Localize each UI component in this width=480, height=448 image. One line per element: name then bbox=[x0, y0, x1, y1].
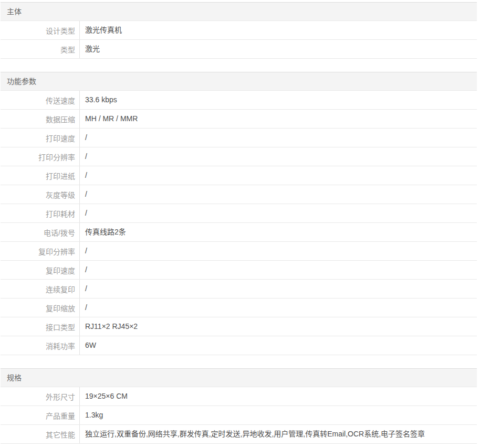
spec-row-label: 传送速度 bbox=[1, 91, 80, 109]
spec-section: 主体设计类型激光传真机类型激光 bbox=[1, 2, 477, 59]
spec-row-value: / bbox=[80, 242, 477, 260]
spec-row: 打印进纸/ bbox=[1, 166, 477, 185]
spec-row-label: 数据压缩 bbox=[1, 110, 80, 128]
spec-row-value: / bbox=[80, 298, 477, 317]
spec-row: 灰度等级/ bbox=[1, 185, 477, 204]
spec-row-value: 传真线路2条 bbox=[80, 223, 477, 241]
spec-row: 设计类型激光传真机 bbox=[1, 21, 477, 40]
spec-row: 产品重量1.3kg bbox=[1, 406, 477, 425]
spec-row: 类型激光 bbox=[1, 40, 477, 59]
spec-row-label: 复印速度 bbox=[1, 261, 80, 279]
spec-row: 连续复印/ bbox=[1, 280, 477, 298]
spec-row-value: 激光 bbox=[80, 40, 477, 58]
spec-row-label: 打印进纸 bbox=[1, 166, 80, 185]
spec-row-label: 复印分辨率 bbox=[1, 242, 80, 260]
spec-row: 复印分辨率/ bbox=[1, 242, 477, 261]
spec-row-value: / bbox=[80, 129, 477, 147]
spec-table: 主体设计类型激光传真机类型激光功能参数传送速度33.6 kbps数据压缩MH /… bbox=[1, 2, 477, 444]
spec-row: 打印分辨率/ bbox=[1, 147, 477, 166]
spec-row-label: 接口类型 bbox=[1, 317, 80, 336]
spec-row: 电话/拨号传真线路2条 bbox=[1, 223, 477, 242]
spec-row-label: 外形尺寸 bbox=[1, 387, 80, 406]
spec-row-value: 1.3kg bbox=[80, 406, 477, 424]
section-header: 规格 bbox=[1, 368, 477, 387]
section-header: 功能参数 bbox=[1, 72, 477, 91]
spec-row: 外形尺寸19×25×6 CM bbox=[1, 387, 477, 406]
spec-row-value: / bbox=[80, 204, 477, 222]
spec-row-label: 产品重量 bbox=[1, 406, 80, 424]
spec-row-label: 打印速度 bbox=[1, 129, 80, 147]
spec-row-value: / bbox=[80, 185, 477, 204]
spec-row-value: 激光传真机 bbox=[80, 21, 477, 39]
spec-row: 数据压缩MH / MR / MMR bbox=[1, 110, 477, 129]
spec-row-value: 33.6 kbps bbox=[80, 91, 477, 109]
spec-row-label: 复印缩放 bbox=[1, 298, 80, 317]
spec-row: 传送速度33.6 kbps bbox=[1, 91, 477, 110]
spec-row-value: 6W bbox=[80, 336, 477, 355]
spec-row-label: 类型 bbox=[1, 40, 80, 58]
spec-section: 功能参数传送速度33.6 kbps数据压缩MH / MR / MMR打印速度/打… bbox=[1, 72, 477, 355]
spec-row-label: 灰度等级 bbox=[1, 185, 80, 204]
spec-row-value: MH / MR / MMR bbox=[80, 110, 477, 128]
spec-row-label: 其它性能 bbox=[1, 425, 80, 443]
spec-row-label: 打印耗材 bbox=[1, 204, 80, 222]
spec-row-label: 电话/拨号 bbox=[1, 223, 80, 241]
spec-row-value: / bbox=[80, 280, 477, 298]
spec-row-label: 设计类型 bbox=[1, 21, 80, 39]
spec-row-label: 消耗功率 bbox=[1, 336, 80, 355]
spec-row-value: / bbox=[80, 261, 477, 279]
spec-row-value: / bbox=[80, 166, 477, 185]
spec-row: 复印速度/ bbox=[1, 261, 477, 280]
spec-row-value: / bbox=[80, 147, 477, 166]
spec-row: 接口类型RJ11×2 RJ45×2 bbox=[1, 317, 477, 336]
spec-row-label: 连续复印 bbox=[1, 280, 80, 298]
spec-row-value: 19×25×6 CM bbox=[80, 387, 477, 406]
spec-row: 复印缩放/ bbox=[1, 298, 477, 317]
spec-row-value: 独立运行,双重备份,网络共享,群发传真,定时发送,异地收发,用户管理,传真转Em… bbox=[80, 425, 477, 443]
spec-row-value: RJ11×2 RJ45×2 bbox=[80, 317, 477, 336]
spec-row-label: 打印分辨率 bbox=[1, 147, 80, 166]
section-header: 主体 bbox=[1, 2, 477, 21]
spec-row: 消耗功率6W bbox=[1, 336, 477, 355]
spec-row: 其它性能独立运行,双重备份,网络共享,群发传真,定时发送,异地收发,用户管理,传… bbox=[1, 425, 477, 444]
page: 主体设计类型激光传真机类型激光功能参数传送速度33.6 kbps数据压缩MH /… bbox=[0, 0, 480, 448]
spec-row: 打印速度/ bbox=[1, 129, 477, 147]
spec-section: 规格外形尺寸19×25×6 CM产品重量1.3kg其它性能独立运行,双重备份,网… bbox=[1, 368, 477, 444]
spec-row: 打印耗材/ bbox=[1, 204, 477, 223]
